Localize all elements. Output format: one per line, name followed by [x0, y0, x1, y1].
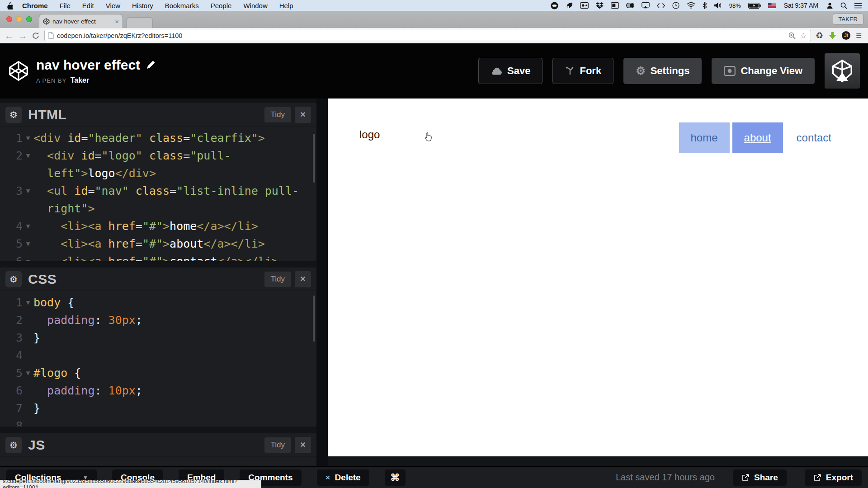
- code-line[interactable]: 8: [3, 417, 312, 427]
- extension-jt-icon[interactable]: Jt: [842, 31, 850, 40]
- spotlight-icon[interactable]: [840, 1, 847, 9]
- code-line[interactable]: 2 padding: 30px;: [3, 311, 312, 329]
- menu-history[interactable]: History: [132, 2, 153, 9]
- save-button[interactable]: Save: [478, 58, 542, 84]
- menu-help[interactable]: Help: [279, 2, 293, 9]
- close-window-button[interactable]: [6, 16, 12, 22]
- chrome-menu-icon[interactable]: ≡: [856, 32, 862, 40]
- css-settings-gear-icon[interactable]: ⚙: [5, 271, 22, 287]
- code-line[interactable]: 3▾ <ul id="nav" class="list-inline pull-…: [3, 182, 312, 217]
- fold-arrow-icon[interactable]: ▾: [23, 253, 33, 261]
- pen-author[interactable]: Taker: [71, 76, 90, 84]
- toggle-app-icon[interactable]: [626, 1, 634, 9]
- preview-nav-contact[interactable]: contact: [797, 122, 831, 153]
- menu-view[interactable]: View: [106, 2, 120, 9]
- fold-arrow-icon[interactable]: ▾: [23, 235, 33, 253]
- code-line[interactable]: 6▾ <li><a href="#">contact</a></li>: [3, 253, 312, 261]
- zoom-window-button[interactable]: [26, 16, 32, 22]
- js-close-icon[interactable]: ✕: [295, 437, 311, 453]
- new-tab-button[interactable]: [127, 17, 153, 28]
- apple-icon[interactable]: [6, 2, 13, 9]
- html-code-area[interactable]: 1▾<div id="header" class="clearfix">2▾ <…: [0, 127, 316, 261]
- minimize-window-button[interactable]: [16, 16, 22, 22]
- zoom-page-icon[interactable]: [788, 32, 796, 39]
- dropbox-icon[interactable]: [596, 1, 604, 9]
- tab-close-icon[interactable]: ×: [115, 18, 119, 25]
- html-tidy-button[interactable]: Tidy: [264, 107, 292, 122]
- fold-arrow-icon[interactable]: ▾: [23, 364, 33, 382]
- menu-chrome[interactable]: Chrome: [22, 2, 48, 9]
- edit-pencil-icon[interactable]: [146, 60, 156, 70]
- user-switch-icon[interactable]: [826, 1, 833, 9]
- js-settings-gear-icon[interactable]: ⚙: [5, 437, 22, 453]
- html-settings-gear-icon[interactable]: ⚙: [5, 107, 22, 123]
- share-button[interactable]: Share: [733, 469, 787, 486]
- delete-label: Delete: [335, 473, 361, 483]
- change-view-button[interactable]: Change View: [712, 58, 815, 84]
- notification-center-icon[interactable]: [854, 1, 862, 9]
- code-line[interactable]: 4▾ <li><a href="#">home</a></li>: [3, 217, 312, 235]
- code-line[interactable]: 7}: [3, 399, 312, 417]
- forward-icon[interactable]: →: [18, 31, 27, 40]
- preview-nav-home[interactable]: home: [679, 122, 730, 153]
- code-line[interactable]: 5▾ <li><a href="#">about</a></li>: [3, 235, 312, 253]
- fold-arrow-icon[interactable]: ▾: [23, 147, 33, 164]
- battery-icon[interactable]: [748, 1, 761, 9]
- code-line[interactable]: 1▾body {: [3, 294, 312, 311]
- browser-tab[interactable]: nav hover effect ×: [39, 14, 123, 28]
- preview-nav-about[interactable]: about: [732, 122, 783, 153]
- volume-icon[interactable]: [714, 1, 722, 9]
- settings-button[interactable]: ⚙ Settings: [623, 58, 702, 84]
- code-text: }: [33, 399, 312, 417]
- menu-edit[interactable]: Edit: [82, 2, 94, 9]
- menu-file[interactable]: File: [60, 2, 71, 9]
- code-line[interactable]: 5▾#logo {: [3, 364, 312, 382]
- menu-window[interactable]: Window: [243, 2, 267, 9]
- export-button[interactable]: Export: [805, 469, 862, 486]
- screen-record-icon[interactable]: [580, 1, 589, 9]
- menu-people[interactable]: People: [211, 2, 232, 9]
- code-brackets-icon[interactable]: [657, 1, 665, 9]
- call-app-icon[interactable]: [566, 1, 573, 9]
- code-line[interactable]: 6 padding: 10px;: [3, 382, 312, 399]
- html-panel-header: ⚙ HTML Tidy ✕: [0, 103, 316, 127]
- js-code-area[interactable]: [0, 457, 316, 460]
- css-tidy-button[interactable]: Tidy: [264, 272, 292, 287]
- time-machine-icon[interactable]: [672, 1, 679, 9]
- line-app-icon[interactable]: [551, 1, 558, 9]
- html-close-icon[interactable]: ✕: [295, 107, 311, 123]
- keyboard-shortcuts-button[interactable]: ⌘: [385, 469, 406, 486]
- extension-download-icon[interactable]: [829, 32, 836, 39]
- wifi-icon[interactable]: [687, 1, 695, 9]
- fold-arrow-icon[interactable]: ▾: [23, 182, 33, 200]
- user-avatar[interactable]: [825, 53, 860, 89]
- fold-arrow-icon[interactable]: ▾: [23, 217, 33, 235]
- bluetooth-icon[interactable]: [703, 1, 707, 9]
- airplay-display-icon[interactable]: [642, 1, 650, 9]
- menu-clock[interactable]: Sat 9:37 AM: [784, 2, 818, 9]
- editor-preview-divider[interactable]: [316, 99, 328, 466]
- css-scrollbar[interactable]: [313, 296, 315, 342]
- menu-bookmarks[interactable]: Bookmarks: [165, 2, 199, 9]
- fork-button[interactable]: Fork: [552, 58, 613, 84]
- js-tidy-button[interactable]: Tidy: [264, 437, 292, 453]
- css-code-area[interactable]: 1▾body {2 padding: 30px;3}4 5▾#logo {6 p…: [0, 291, 316, 427]
- bookmark-star-icon[interactable]: ☆: [800, 32, 807, 40]
- code-line[interactable]: 1▾<div id="header" class="clearfix">: [3, 129, 312, 147]
- fold-arrow-icon[interactable]: ▾: [23, 129, 33, 147]
- window-manager-icon[interactable]: [611, 1, 619, 9]
- us-flag-icon[interactable]: [768, 1, 776, 9]
- browser-profile-button[interactable]: TAKER: [833, 14, 863, 25]
- delete-button[interactable]: × Delete: [317, 469, 369, 486]
- code-line[interactable]: 2▾ <div id="logo" class="pull-left">logo…: [3, 147, 312, 182]
- back-icon[interactable]: ←: [5, 31, 14, 40]
- html-scrollbar[interactable]: [313, 134, 315, 183]
- css-close-icon[interactable]: ✕: [295, 271, 311, 287]
- code-line[interactable]: 4: [3, 347, 312, 364]
- extension-recycle-icon[interactable]: ♻: [816, 30, 823, 41]
- fold-arrow-icon[interactable]: ▾: [23, 294, 33, 311]
- codepen-logo-icon[interactable]: [8, 61, 29, 81]
- reload-icon[interactable]: [32, 32, 40, 40]
- address-field[interactable]: codepen.io/taker/pen/zqEKrz?editors=1100…: [44, 30, 811, 41]
- code-line[interactable]: 3}: [3, 329, 312, 347]
